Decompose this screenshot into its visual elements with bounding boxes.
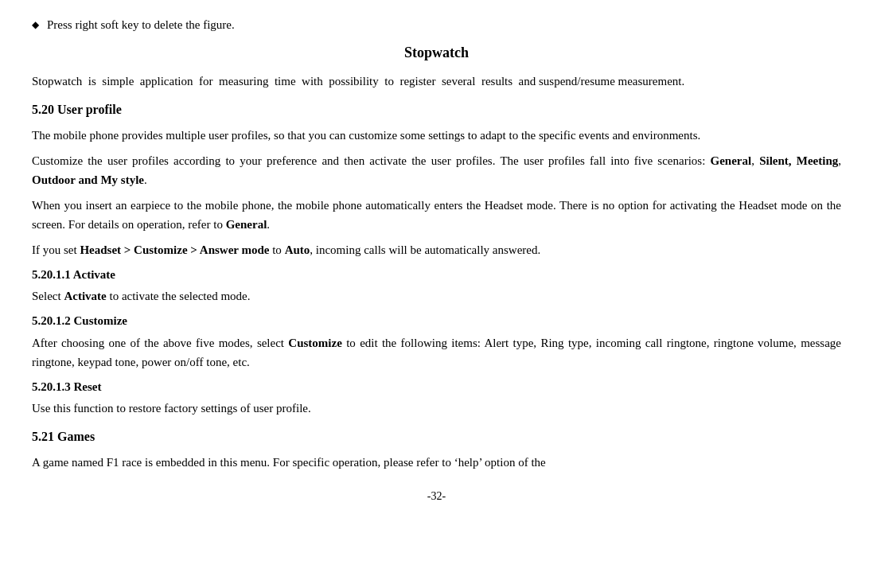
subsection-52012-text: After choosing one of the above five mod…	[32, 333, 841, 372]
section-521-heading: 5.21 Games	[32, 427, 841, 446]
bold-headset-customize: Headset > Customize > Answer mode	[80, 243, 269, 256]
stopwatch-description: Stopwatch is simple application for meas…	[32, 72, 841, 91]
section-521-para1: A game named F1 race is embedded in this…	[32, 453, 841, 472]
section-520-heading: 5.20 User profile	[32, 100, 841, 119]
bold-general: General	[711, 154, 752, 167]
page-number: -32-	[32, 488, 841, 504]
subsection-52011-heading: 5.20.1.1 Activate	[32, 266, 841, 284]
subsection-52012-heading: 5.20.1.2 Customize	[32, 312, 841, 330]
stopwatch-title: Stopwatch	[32, 42, 841, 64]
subsection-52011-text: Select Activate to activate the selected…	[32, 286, 841, 306]
subsection-52013-heading: 5.20.1.3 Reset	[32, 378, 841, 396]
bold-auto: Auto	[285, 243, 310, 256]
section-520-para1: The mobile phone provides multiple user …	[32, 126, 841, 145]
section-520-para3: When you insert an earpiece to the mobil…	[32, 196, 841, 234]
bold-general-ref: General	[226, 218, 267, 231]
bullet-item: ◆ Press right soft key to delete the fig…	[32, 16, 841, 34]
bold-activate: Activate	[64, 290, 106, 302]
bullet-text: Press right soft key to delete the figur…	[47, 16, 235, 34]
section-520-para4: If you set Headset > Customize > Answer …	[32, 240, 841, 259]
bold-outdoor-mystyle: Outdoor and My style	[32, 173, 144, 186]
subsection-52013-text: Use this function to restore factory set…	[32, 399, 841, 418]
bullet-diamond-icon: ◆	[32, 18, 39, 32]
section-520-para2: Customize the user profiles according to…	[32, 151, 841, 189]
bold-customize: Customize	[288, 337, 342, 349]
bold-silent-meeting: Silent, Meeting	[759, 154, 838, 167]
